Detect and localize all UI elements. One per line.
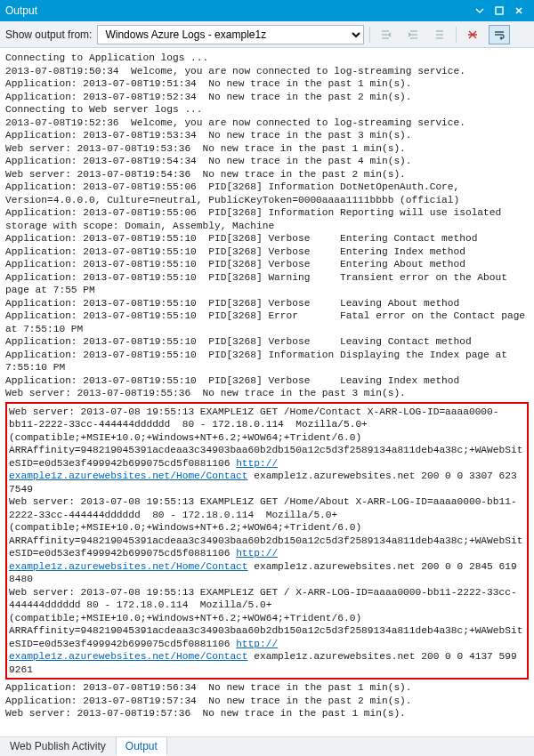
log-line: Application: 2013-07-08T19:55:10 PID[326…	[5, 233, 477, 244]
indent-right-button[interactable]	[402, 25, 424, 44]
log-line: Connecting to Application logs ...	[5, 52, 208, 63]
log-line: Application: 2013-07-08T19:53:34 No new …	[5, 130, 412, 141]
log-line: Application: 2013-07-08T19:55:10 PID[326…	[5, 350, 514, 374]
close-button[interactable]	[509, 3, 529, 19]
log-line: Application: 2013-07-08T19:55:10 PID[326…	[5, 375, 459, 386]
log-line: 2013-07-08T19:50:34 Welcome, you are now…	[5, 66, 465, 76]
output-source-select[interactable]: Windows Azure Logs - example1z	[97, 25, 364, 44]
log-hyperlink[interactable]: http://	[236, 458, 278, 469]
tab-output[interactable]: Output	[116, 736, 167, 756]
log-hyperlink[interactable]: http://	[236, 639, 278, 649]
log-line: Web server: 2013-07-08T19:54:36 No new t…	[5, 169, 406, 180]
window-title: Output	[5, 4, 470, 17]
toolbar-divider	[369, 27, 370, 43]
indent-both-button[interactable]	[429, 25, 450, 44]
log-line: Application: 2013-07-08T19:55:10 PID[326…	[5, 272, 514, 296]
log-line: Application: 2013-07-08T19:56:34 No new …	[5, 682, 412, 693]
tab-web-publish-activity[interactable]: Web Publish Activity	[0, 736, 116, 756]
log-line: Application: 2013-07-08T19:57:34 No new …	[5, 696, 412, 706]
toolbar: Show output from: Windows Azure Logs - e…	[0, 21, 534, 48]
log-line: Application: 2013-07-08T19:55:10 PID[326…	[5, 336, 472, 347]
log-line: Web server: 2013-07-08T19:53:36 No new t…	[5, 143, 406, 154]
log-line: Application: 2013-07-08T19:55:10 PID[326…	[5, 298, 459, 309]
log-hyperlink[interactable]: example1z.azurewebsites.net/Home/Contact	[9, 561, 248, 572]
maximize-button[interactable]	[490, 3, 509, 19]
log-line: Application: 2013-07-08T19:55:10 PID[326…	[5, 246, 465, 257]
output-source-label: Show output from:	[5, 28, 92, 41]
highlighted-log-block: Web server: 2013-07-08 19:55:13 EXAMPLE1…	[5, 402, 529, 680]
log-line: 2013-07-08T19:52:36 Welcome, you are now…	[5, 117, 465, 128]
clear-all-button[interactable]	[462, 25, 483, 44]
indent-left-button[interactable]	[376, 25, 397, 44]
log-hyperlink[interactable]: http://	[236, 548, 278, 559]
log-line: Application: 2013-07-08T19:54:34 No new …	[5, 156, 412, 166]
log-line: Connecting to Web server logs ...	[5, 104, 203, 115]
log-line: Application: 2013-07-08T19:55:10 PID[326…	[5, 310, 531, 334]
toolbar-divider	[456, 27, 457, 43]
log-line: Web server: 2013-07-08T19:55:36 No new t…	[5, 388, 406, 398]
log-line: Application: 2013-07-08T19:51:34 No new …	[5, 78, 412, 89]
title-bar: Output	[0, 0, 534, 21]
dropdown-position-button[interactable]	[470, 3, 490, 19]
log-line: Application: 2013-07-08T19:55:06 PID[326…	[5, 207, 507, 231]
output-text-area[interactable]: Connecting to Application logs ... 2013-…	[0, 48, 534, 736]
log-line: Application: 2013-07-08T19:55:06 PID[326…	[5, 181, 465, 205]
footer-tabs: Web Publish Activity Output	[0, 736, 534, 756]
toggle-word-wrap-button[interactable]	[489, 25, 510, 44]
svg-rect-0	[496, 7, 503, 14]
log-line: Application: 2013-07-08T19:55:10 PID[326…	[5, 259, 465, 269]
log-hyperlink[interactable]: example1z.azurewebsites.net/Home/Contact	[9, 651, 248, 662]
log-line: Application: 2013-07-08T19:52:34 No new …	[5, 92, 412, 102]
log-line: Web server: 2013-07-08T19:57:36 No new t…	[5, 708, 406, 719]
log-hyperlink[interactable]: example1z.azurewebsites.net/Home/Contact	[9, 470, 248, 481]
